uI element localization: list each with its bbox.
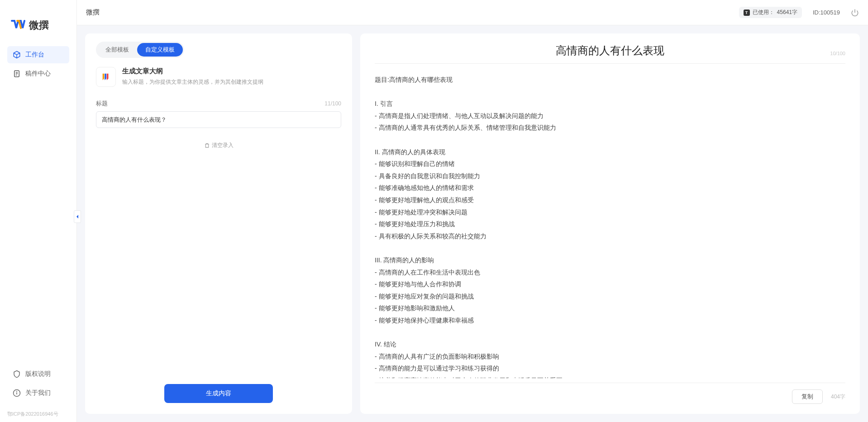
title-char-count: 11/100 [324,100,341,107]
tab-all-templates[interactable]: 全部模板 [97,43,137,57]
doc-title-row: 高情商的人有什么表现 10/100 [375,43,845,64]
title-label: 标题 [96,100,108,108]
doc-title-count: 10/100 [830,51,845,56]
doc-body[interactable]: 题目:高情商的人有哪些表现 I. 引言 - 高情商是指人们处理情绪、与他人互动以… [375,68,845,378]
tab-custom-templates[interactable]: 自定义模板 [137,43,183,57]
nav-item-drafts[interactable]: 稿件中心 [7,65,69,82]
nav-item-workspace[interactable]: 工作台 [7,46,69,63]
tool-title: 生成文章大纲 [122,67,263,76]
doc-title[interactable]: 高情商的人有什么表现 [375,43,845,58]
shield-icon [13,370,21,378]
generate-button[interactable]: 生成内容 [164,384,273,403]
clear-input-button[interactable]: 清空录入 [96,142,341,149]
cube-icon [13,51,21,59]
svg-point-6 [17,391,17,392]
power-icon [851,9,859,17]
title-input[interactable] [96,111,341,128]
main: 微撰 T 已使用：45641字 ID:100519 全部模板 自 [77,0,868,422]
tool-desc: 输入标题，为你提供文章主体的灵感，并为其创建推文提纲 [122,78,263,86]
right-panel: 高情商的人有什么表现 10/100 题目:高情商的人有哪些表现 I. 引言 - … [360,33,860,414]
logo-icon [11,18,25,33]
nav: 工作台 稿件中心 [0,46,76,365]
title-section: 标题 11/100 [96,100,341,128]
tool-icon [96,67,116,87]
sidebar: 微撰 工作台 稿件中心 版权说明 [0,0,77,422]
usage-badge[interactable]: T 已使用：45641字 [739,7,802,18]
text-icon: T [744,9,750,16]
trash-icon [204,142,210,148]
usage-label: 已使用： [753,9,774,16]
power-button[interactable] [851,9,859,17]
doc-icon [13,70,21,78]
nav-label: 版权说明 [25,370,51,378]
info-icon [13,389,21,397]
books-icon [101,72,111,82]
icp-footer: 鄂ICP备2022016946号 [0,409,76,422]
topbar: 微撰 T 已使用：45641字 ID:100519 [77,0,868,25]
user-id: ID:100519 [813,9,840,16]
tool-card: 生成文章大纲 输入标题，为你提供文章主体的灵感，并为其创建推文提纲 [96,67,341,87]
clear-label: 清空录入 [212,142,234,149]
nav-label: 关于我们 [25,389,51,397]
result-word-count: 404字 [831,393,845,401]
logo[interactable]: 微撰 [0,9,76,46]
content: 全部模板 自定义模板 生成文章大纲 输入标题，为你提供文章主体的灵感，并为其创建… [77,25,868,422]
sidebar-bottom: 版权说明 关于我们 [0,365,76,409]
chevron-left-icon [76,214,79,219]
nav-item-copyright[interactable]: 版权说明 [7,365,69,383]
logo-text: 微撰 [29,19,49,32]
topbar-title: 微撰 [86,8,100,17]
nav-item-about[interactable]: 关于我们 [7,384,69,402]
left-panel: 全部模板 自定义模板 生成文章大纲 输入标题，为你提供文章主体的灵感，并为其创建… [85,33,352,414]
template-tabs: 全部模板 自定义模板 [96,42,184,58]
copy-button[interactable]: 复制 [792,389,823,404]
sidebar-collapse-handle[interactable] [74,210,81,223]
doc-footer: 复制 404字 [375,383,845,404]
nav-label: 稿件中心 [25,70,51,78]
nav-label: 工作台 [25,51,44,59]
usage-value: 45641字 [777,9,797,16]
